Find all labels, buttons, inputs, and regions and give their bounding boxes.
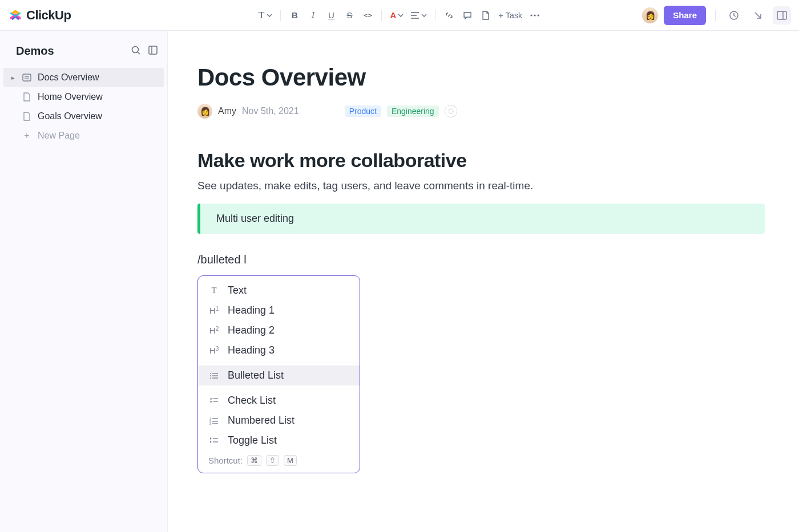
h1-icon: H1 [208,306,220,315]
svg-line-7 [138,52,140,54]
svg-point-0 [530,14,532,16]
share-button[interactable]: Share [664,6,706,25]
author-avatar[interactable]: 👩 [197,104,212,119]
italic-button[interactable]: I [305,7,321,24]
doc-heading[interactable]: Make work more collaborative [197,149,765,172]
kbd-m: M [284,455,297,466]
svg-point-14 [210,373,211,374]
menu-item-numbered-list[interactable]: 123 Numbered List [198,411,360,431]
topbar-right: 👩 Share [642,6,791,25]
align-dropdown[interactable] [408,7,429,24]
document: Docs Overview 👩 Amy Nov 5th, 2021 Produc… [168,31,799,532]
brand-logo[interactable]: ClickUp [8,8,71,23]
menu-item-check-list[interactable]: Check List [198,391,360,411]
underline-button[interactable]: U [323,7,339,24]
tag-product[interactable]: Product [345,105,381,117]
bullet-list-icon [208,372,220,380]
collapse-sidebar-icon[interactable] [148,45,158,58]
doc-paragraph[interactable]: See updates, make edits, tag users, and … [197,180,765,192]
more-button[interactable] [527,7,543,24]
topbar: ClickUp T B I U S <> A +Ta [0,0,799,31]
numbered-list-icon: 123 [208,417,220,425]
menu-item-text[interactable]: T Text [198,281,360,300]
sidebar-new-page[interactable]: + New Page [3,126,164,145]
doc-meta: 👩 Amy Nov 5th, 2021 Product Engineering [197,104,765,119]
h3-icon: H3 [208,346,220,355]
chevron-right-icon: ▸ [10,74,16,82]
slash-command-menu: T Text H1 Heading 1 H2 Heading 2 H3 Head… [197,275,360,473]
sidebar-item-label: New Page [38,131,80,141]
check-list-icon [208,397,220,405]
menu-item-toggle-list[interactable]: Toggle List [198,431,360,450]
comment-button[interactable] [459,7,475,24]
menu-separator [198,388,360,388]
svg-rect-10 [23,74,31,81]
kbd-cmd: ⌘ [247,455,261,466]
formatting-toolbar: T B I U S <> A +Task [256,7,543,24]
link-button[interactable] [441,7,457,24]
toggle-list-icon [208,437,220,445]
slash-command-input[interactable]: /bulleted l [197,253,765,266]
author-name: Amy [218,106,236,116]
menu-separator [198,363,360,363]
search-icon[interactable] [131,45,141,58]
svg-point-16 [210,375,211,376]
menu-item-heading-2[interactable]: H2 Heading 2 [198,320,360,340]
sidebar-item-home-overview[interactable]: Home Overview [3,87,164,107]
sidebar-item-goals-overview[interactable]: Goals Overview [3,107,164,126]
sidebar-item-docs-overview[interactable]: ▸ Docs Overview [3,68,164,87]
add-task-button[interactable]: +Task [496,7,524,24]
brand-name: ClickUp [26,8,71,23]
download-icon[interactable] [749,6,767,25]
bold-button[interactable]: B [286,7,302,24]
callout-text: Multi user editing [216,213,294,224]
svg-point-18 [210,377,211,379]
svg-rect-8 [149,46,157,54]
user-avatar[interactable]: 👩 [642,7,658,23]
svg-point-13 [449,109,453,113]
sidebar-item-label: Home Overview [38,92,103,102]
separator [715,10,716,21]
sidebar: Demos ▸ Docs Overview Home Overview [0,31,168,532]
sidebar-title: Demos [16,44,54,58]
text-color-dropdown[interactable]: A [388,7,406,24]
svg-point-2 [537,14,539,16]
h2-icon: H2 [208,326,220,335]
page-button[interactable] [478,7,494,24]
separator [381,10,382,21]
separator [435,10,435,21]
svg-text:3: 3 [209,422,211,425]
svg-point-6 [132,46,139,52]
sidebar-item-label: Docs Overview [38,72,99,83]
svg-point-1 [534,14,535,16]
doc-date: Nov 5th, 2021 [242,106,299,116]
tag-engineering[interactable]: Engineering [387,105,439,117]
page-icon [22,92,32,101]
history-icon[interactable] [725,6,743,25]
callout-block[interactable]: Multi user editing [197,204,765,234]
doc-icon [22,74,32,82]
add-tag-button[interactable] [445,105,457,117]
text-style-dropdown[interactable]: T [256,7,275,24]
panel-toggle-icon[interactable] [773,6,791,25]
menu-item-bulleted-list[interactable]: Bulleted List [198,366,360,385]
separator [280,10,281,21]
svg-rect-4 [777,11,786,19]
kbd-shift: ⇧ [266,455,279,466]
clickup-logo-icon [8,8,23,23]
strikethrough-button[interactable]: S [341,7,357,24]
menu-shortcut-hint: Shortcut: ⌘ ⇧ M [198,450,360,466]
doc-title[interactable]: Docs Overview [197,64,765,91]
menu-item-heading-1[interactable]: H1 Heading 1 [198,300,360,320]
code-button[interactable]: <> [360,7,376,24]
menu-item-heading-3[interactable]: H3 Heading 3 [198,340,360,360]
plus-icon: + [22,131,32,141]
text-icon: T [208,286,220,295]
sidebar-item-label: Goals Overview [38,111,102,121]
page-icon [22,112,32,121]
